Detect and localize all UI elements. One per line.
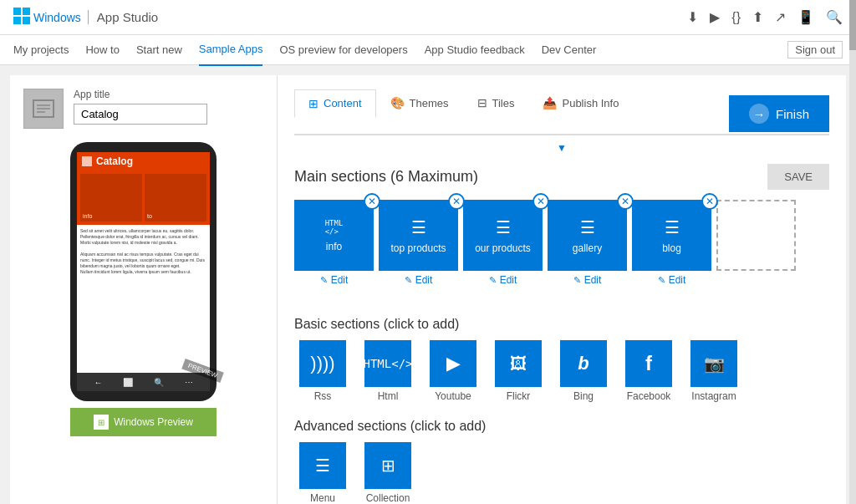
edit-our-products-button[interactable]: ✎ Edit [463,271,543,289]
app-title-input[interactable] [74,104,207,125]
basic-tile-facebook[interactable]: f Facebook [620,340,677,402]
tab-publish-info[interactable]: 📤 Publish Info [528,89,633,117]
our-products-tile[interactable]: ☰ our products [463,200,543,271]
nav-item-sample-apps[interactable]: Sample Apps [199,34,263,66]
html-icon: HTML</> [364,357,413,370]
gallery-tile-label: gallery [573,242,602,254]
menu-icon-container: ☰ [299,442,346,489]
blog-tile[interactable]: ☰ blog [632,200,711,271]
facebook-icon: f [645,352,652,375]
phone-bottom-bar: ← ⬜ 🔍 ⋯ [77,373,210,391]
basic-tile-bing[interactable]: b Bing [555,340,612,402]
section-tile-info: ✕ HTML</> info ✎ Edit [294,200,374,300]
edit-gallery-button[interactable]: ✎ Edit [548,271,627,289]
remove-our-products-button[interactable]: ✕ [532,193,549,210]
basic-tile-instagram[interactable]: 📷 Instagram [685,340,742,402]
html-label: Html [378,390,399,402]
nav-item-dev-center[interactable]: Dev Center [542,35,597,65]
basic-tile-youtube[interactable]: ▶ Youtube [425,340,482,402]
advanced-tile-collection[interactable]: ⊞ Collection [359,442,416,504]
tabs-row: ⊞ Content 🎨 Themes ⊟ Tiles 📤 Publish Inf… [294,89,829,135]
code-icon[interactable]: {} [731,10,741,25]
remove-info-button[interactable]: ✕ [364,193,380,210]
instagram-label: Instagram [691,390,736,402]
list-icon-blog: ☰ [665,217,680,237]
themes-tab-icon: 🎨 [390,96,405,109]
phone-tile-info: info [83,213,92,219]
nav-item-feedback[interactable]: App Studio feedback [425,35,525,65]
windows-preview-button[interactable]: ⊞ Windows Preview [70,408,217,436]
svg-rect-1 [23,8,30,15]
main-sections-header: Main sections (6 Maximum) SAVE [294,164,829,190]
play-icon[interactable]: ▶ [710,9,720,25]
flickr-label: Flickr [507,390,531,402]
menu-label: Menu [310,492,335,504]
save-button[interactable]: SAVE [767,164,829,190]
facebook-icon-container: f [625,340,672,387]
edit-info-button[interactable]: ✎ Edit [294,271,374,289]
app-title-label: App title [74,89,207,100]
section-tile-our-products: ✕ ☰ our products ✎ Edit [463,200,543,300]
phone-preview: Catalog info to Sed sit amet velit ultri… [70,142,217,436]
basic-tile-flickr[interactable]: 🖼 Flickr [490,340,547,402]
info-tile[interactable]: HTML</> info [294,200,374,271]
phone-search-icon: 🔍 [154,378,164,387]
section-tile-top-products: ✕ ☰ top products ✎ Edit [379,200,458,300]
scrollbar-thumb[interactable] [849,0,856,50]
left-panel: App title Catalog info [10,75,278,504]
tiles-tab-icon: ⊟ [477,96,487,109]
rss-label: Rss [314,390,332,402]
download-icon[interactable]: ⬇ [687,9,698,25]
collection-icon-container: ⊞ [364,442,411,489]
search-icon[interactable]: 🔍 [826,9,843,25]
svg-rect-3 [23,17,30,24]
tab-content[interactable]: ⊞ Content [294,89,376,118]
top-bar-title: App Studio [88,10,158,24]
section-tile-blog: ✕ ☰ blog ✎ Edit [632,200,711,300]
edit-pencil-icon-5: ✎ [658,275,665,286]
facebook-label: Facebook [627,390,671,402]
rss-icon-container: )))) [299,340,346,387]
remove-gallery-button[interactable]: ✕ [617,193,634,210]
basic-tiles: )))) Rss HTML</> Html ▶ Youtube [294,340,829,402]
edit-top-products-button[interactable]: ✎ Edit [379,271,458,289]
nav-item-how-to[interactable]: How to [85,35,119,65]
phone-outer: Catalog info to Sed sit amet velit ultri… [70,142,217,401]
finish-button[interactable]: → Finish [729,95,829,132]
tab-themes[interactable]: 🎨 Themes [376,89,463,117]
sign-out-button[interactable]: Sign out [787,41,843,59]
nav-item-os-preview[interactable]: OS preview for developers [279,35,407,65]
bing-icon: b [578,353,588,374]
phone-home-icon: ⬜ [123,378,133,387]
edit-pencil-icon-2: ✎ [405,275,412,286]
edit-pencil-icon-3: ✎ [489,275,497,286]
remove-blog-button[interactable]: ✕ [701,193,718,210]
app-icon [23,89,64,129]
phone-tile-to: to [147,213,152,219]
phone-back-icon: ← [94,378,102,387]
right-panel: ⊞ Content 🎨 Themes ⊟ Tiles 📤 Publish Inf… [278,75,846,504]
device-icon[interactable]: 📱 [797,9,814,25]
basic-tile-html[interactable]: HTML</> Html [359,340,416,402]
edit-pencil-icon-4: ✎ [573,275,581,286]
edit-blog-button[interactable]: ✎ Edit [632,271,711,289]
advanced-tile-menu[interactable]: ☰ Menu [294,442,351,504]
flickr-icon: 🖼 [510,354,527,374]
top-products-tile[interactable]: ☰ top products [379,200,458,271]
tab-tiles[interactable]: ⊟ Tiles [463,89,529,117]
trending-icon[interactable]: ↗ [775,9,786,25]
phone-title: Catalog [96,155,133,167]
nav-item-start-new[interactable]: Start new [136,35,182,65]
gallery-tile[interactable]: ☰ gallery [548,200,627,271]
scrollbar[interactable] [849,0,856,504]
basic-tile-rss[interactable]: )))) Rss [294,340,351,402]
upload-icon[interactable]: ⬆ [752,9,763,25]
empty-tile-slot[interactable] [716,200,796,271]
publish-tab-icon: 📤 [543,96,557,109]
nav-item-my-projects[interactable]: My projects [13,35,69,65]
collection-label: Collection [366,492,410,504]
list-icon-gallery: ☰ [580,217,595,237]
section-tile-gallery: ✕ ☰ gallery ✎ Edit [548,200,627,300]
bing-label: Bing [573,390,594,402]
remove-top-products-button[interactable]: ✕ [448,193,465,210]
